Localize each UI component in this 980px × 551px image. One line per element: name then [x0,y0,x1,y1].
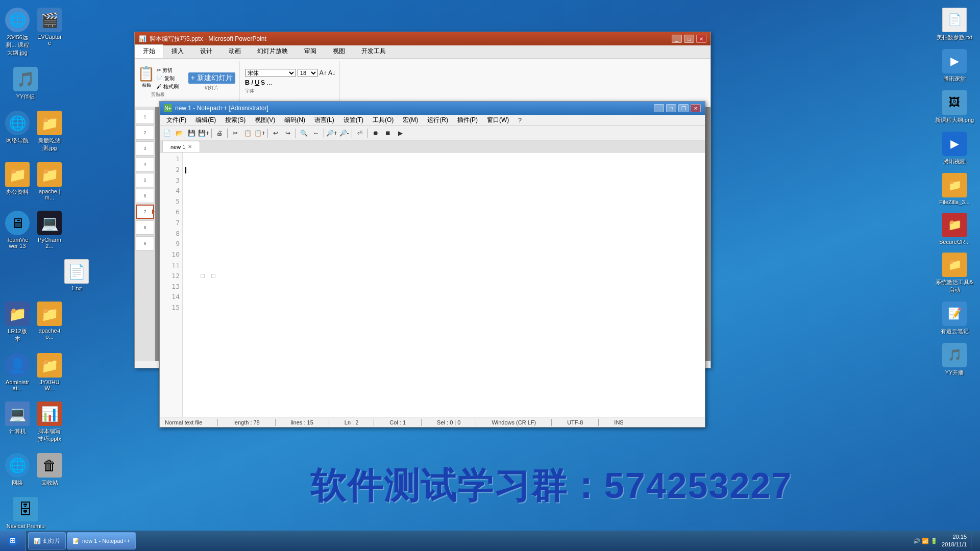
show-desktop-btn[interactable] [971,533,975,548]
icon-23456[interactable]: 🌐 23456远测... 课程大纲.jpg [3,5,32,59]
zoom-out-btn[interactable]: 🔎- [338,128,350,139]
icon-pycharm[interactable]: 💻 PyCharm2... [35,208,64,252]
menu-macro[interactable]: 宏(M) [399,115,422,126]
menu-plugins[interactable]: 插件(P) [453,115,482,126]
menu-run[interactable]: 运行(R) [423,115,452,126]
notepad-close-btn[interactable]: ✕ [691,104,701,112]
icon-jyxihuW[interactable]: 📁 JYXIHUW... [35,350,64,394]
icon-meipa[interactable]: 📄 美拍数参数.txt [932,5,977,44]
icon-wangluo[interactable]: 🌐 网络导航 [3,108,32,155]
taskbar-ppt[interactable]: 📊 幻灯片 [28,532,66,549]
tab-close-icon[interactable]: ✕ [188,144,192,149]
icon-bangong[interactable]: 📁 办公资料 [3,160,32,203]
start-button[interactable]: ⊞ [0,531,26,551]
ppt-tab-slideshow[interactable]: 幻灯片放映 [249,44,296,58]
icon-administrator[interactable]: 👤 Administrat... [3,350,32,394]
ppt-tab-insert[interactable]: 插入 [163,44,192,58]
icon-evcapture[interactable]: 🎬 EVCapture [35,5,64,59]
icon-youdao[interactable]: 📝 有道云笔记 [932,299,977,338]
icon-xinchengdu[interactable]: 🖼 新课程大纲.png [932,88,977,127]
ppt-close-btn[interactable]: ✕ [696,35,706,43]
ppt-tab-review[interactable]: 审阅 [296,44,325,58]
macro-play-btn[interactable]: ▶ [395,128,406,139]
menu-tools[interactable]: 工具(O) [369,115,398,126]
undo-btn[interactable]: ↩ [270,128,281,139]
underline-btn[interactable]: U [255,79,259,86]
ppt-restore-btn[interactable]: □ [684,35,694,43]
ppt-tab-design[interactable]: 设计 [192,44,220,58]
icon-network[interactable]: 🌐 网络 [3,450,32,489]
slide-2[interactable]: 2 [136,126,154,140]
icon-yy[interactable]: 🎵 YY伴侣 [3,64,48,103]
taskbar-notepad[interactable]: 📝 new 1 - Notepad++ [67,532,136,549]
icon-lr12[interactable]: 📁 LR12版本 [3,299,32,345]
zoom-in-btn[interactable]: 🔎+ [326,128,337,139]
icon-tengxun-ke[interactable]: ▶ 腾讯课堂 [932,46,977,85]
menu-edit[interactable]: 编辑(E) [191,115,220,126]
open-btn[interactable]: 📂 [174,128,185,139]
notepad-tab-new1[interactable]: new 1 ✕ [162,141,200,152]
replace-btn[interactable]: ↔ [310,128,322,139]
notepad-restore-btn[interactable]: ❐ [678,104,689,112]
slide-8[interactable]: 8 [136,220,154,235]
ppt-tab-start[interactable]: 开始 [135,44,163,58]
icon-apache-jm[interactable]: 📁 apache-jm... [35,160,64,203]
icon-teamviewer[interactable]: 🖥 TeamViewer 13 [3,208,32,252]
menu-file[interactable]: 文件(F) [162,115,190,126]
font-grow-btn[interactable]: A↑ [320,69,327,77]
new-file-btn[interactable]: 📄 [161,128,173,139]
font-select[interactable]: 宋体 [245,69,296,77]
format-btn[interactable]: 🖌 格式刷 [157,83,179,90]
slide-5[interactable]: 5 [136,173,154,187]
menu-window[interactable]: 窗口(W) [483,115,513,126]
icon-tengxun-shi[interactable]: ▶ 腾讯视频 [932,129,977,168]
icon-xincebao[interactable]: 📁 新版吃测测.jpg [35,108,64,155]
redo-btn[interactable]: ↪ [282,128,293,139]
menu-view[interactable]: 视图(V) [251,115,279,126]
ppt-tab-animation[interactable]: 动画 [220,44,249,58]
icon-xitong[interactable]: 📁 系统激活工具&启动 [932,250,977,296]
icon-filezilla[interactable]: 📁 FileZilla_3... [932,170,977,208]
icon-computer[interactable]: 💻 计算机 [3,399,32,445]
bold-btn[interactable]: B [245,79,250,86]
notepad-minimize-btn[interactable]: _ [654,104,664,112]
macro-stop-btn[interactable]: ⏹ [382,128,394,139]
italic-btn[interactable]: I [251,79,253,86]
cut-tool-btn[interactable]: ✂ [230,128,241,139]
copy-tool-btn[interactable]: 📋 [242,128,253,139]
editor-area[interactable] [183,153,705,417]
slide-7[interactable]: 7 [136,205,154,219]
icon-recycle[interactable]: 🗑 回收站 [35,450,64,489]
menu-encoding[interactable]: 编码(N) [280,115,309,126]
ppt-tab-view[interactable]: 视图 [325,44,353,58]
slide-4[interactable]: 4 [136,157,154,171]
slide-9[interactable]: 9 [136,236,154,251]
save-btn[interactable]: 💾 [186,128,197,139]
menu-language[interactable]: 语言(L) [310,115,338,126]
notepad-maximize-btn[interactable]: □ [666,104,676,112]
ppt-tab-dev[interactable]: 开发工具 [353,44,394,58]
icon-yy-kaibo[interactable]: 🎵 YY开播 [932,340,977,379]
find-btn[interactable]: 🔍 [298,128,309,139]
slide-6[interactable]: 6 [136,189,154,203]
slide-3[interactable]: 3 [136,141,154,156]
font-shrink-btn[interactable]: A↓ [328,69,335,77]
wrap-btn[interactable]: ⏎ [354,128,365,139]
icon-jiaocai-ppt[interactable]: 📊 脚本编写技巧.pptx [35,399,64,445]
print-btn[interactable]: 🖨 [214,128,225,139]
menu-settings[interactable]: 设置(T) [339,115,368,126]
icon-1txt[interactable]: 📄 1.txt [54,257,100,294]
copy-btn[interactable]: 📄 复制 [157,75,179,82]
slide-1[interactable]: 1 [136,110,154,124]
menu-help[interactable]: ? [514,116,526,125]
strikethrough-btn[interactable]: S̶ [261,79,265,86]
ppt-minimize-btn[interactable]: _ [672,35,682,43]
font-size-select[interactable]: 18 [298,69,318,77]
icon-securecr[interactable]: 📁 SecureCR... [932,210,977,247]
new-slide-btn[interactable]: + 新建幻灯片 [188,72,235,84]
icon-apache-to[interactable]: 📁 apache-to... [35,299,64,345]
macro-rec-btn[interactable]: ⏺ [370,128,381,139]
menu-search[interactable]: 搜索(S) [221,115,250,126]
cut-btn[interactable]: ✂ 剪切 [157,67,179,74]
save-all-btn[interactable]: 💾+ [198,128,209,139]
